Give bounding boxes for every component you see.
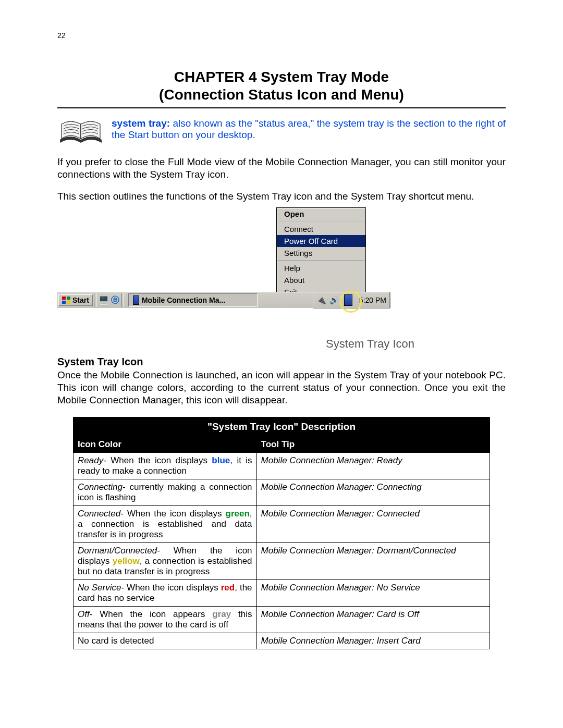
menu-separator [278, 221, 364, 222]
table-title: "System Tray Icon" Description [74, 417, 490, 436]
cell-tooltip: Mobile Connection Manager: Card is Off [256, 606, 489, 633]
color-word: yellow [113, 556, 140, 566]
state-name: Connecting [78, 482, 123, 492]
col-header-icon-color: Icon Color [74, 436, 257, 452]
cell-icon-color: Connecting- currently making a connectio… [74, 479, 257, 505]
tray-caption: System Tray Icon [326, 337, 414, 351]
paragraph-1: If you prefer to close the Full Mode vie… [57, 156, 506, 181]
cell-icon-color: No card is detected [74, 633, 257, 649]
title-underline [57, 107, 506, 108]
color-word: gray [212, 609, 231, 619]
chapter-title-line1: CHAPTER 4 System Tray Mode [174, 69, 389, 85]
cell-icon-color: Connected- When the icon displays green,… [74, 505, 257, 542]
table-row: Dormant/Connected- When the icon display… [74, 542, 490, 579]
menu-item-power-off[interactable]: Power Off Card [277, 235, 365, 247]
cell-icon-color: Dormant/Connected- When the icon display… [74, 542, 257, 579]
state-name: Connected [78, 509, 120, 519]
table-row: Connected- When the icon displays green,… [74, 505, 490, 542]
cell-tooltip: Mobile Connection Manager: Connecting [256, 479, 489, 505]
section-paragraph: Once the Mobile Connection is launched, … [57, 369, 506, 406]
cell-icon-color: Ready- When the icon displays blue, it i… [74, 452, 257, 479]
clock: 5:20 PM [359, 296, 386, 304]
menu-item-open[interactable]: Open [277, 208, 365, 220]
cell-icon-color: No Service- When the icon displays red, … [74, 579, 257, 606]
taskbar-task-button[interactable]: Mobile Connection Ma... [128, 293, 258, 307]
table-row: Off- When the icon appears gray this mea… [74, 606, 490, 633]
state-name: No Service [78, 583, 121, 593]
app-icon [133, 295, 139, 305]
start-button[interactable]: Start [58, 294, 93, 306]
state-name: Off [78, 609, 90, 619]
color-word: blue [212, 455, 230, 465]
menu-item-help[interactable]: Help [277, 262, 365, 274]
taskbar-separator [94, 293, 96, 307]
definition-text: system tray: also known as the "status a… [112, 118, 506, 141]
table-row: Connecting- currently making a connectio… [74, 479, 490, 505]
definition-term: system tray: [112, 118, 170, 129]
table-row: No card is detectedMobile Connection Man… [74, 633, 490, 649]
tray-icon-1[interactable]: 🔌 [316, 295, 326, 305]
definition-block: system tray: also known as the "status a… [57, 118, 506, 146]
cell-icon-color: Off- When the icon appears gray this mea… [74, 606, 257, 633]
cell-tooltip: Mobile Connection Manager: Insert Card [256, 633, 489, 649]
section-heading: System Tray Icon [57, 356, 506, 368]
cell-tooltip: Mobile Connection Manager: No Service [256, 579, 489, 606]
screenshot-area: Open Connect Power Off Card Settings Hel… [57, 207, 506, 330]
cell-tooltip: Mobile Connection Manager: Dormant/Conne… [256, 542, 489, 579]
start-label: Start [72, 296, 89, 304]
col-header-tooltip: Tool Tip [256, 436, 489, 452]
task-label: Mobile Connection Ma... [142, 296, 225, 304]
system-tray: 🔌 🔊 5:20 PM [313, 292, 390, 309]
description-table-wrap: "System Tray Icon" Description Icon Colo… [73, 417, 490, 649]
menu-separator [278, 260, 364, 261]
chapter-title-line2: (Connection Status Icon and Menu) [159, 87, 404, 103]
table-body: Ready- When the icon displays blue, it i… [74, 452, 490, 649]
cell-tooltip: Mobile Connection Manager: Ready [256, 452, 489, 479]
table-row: Ready- When the icon displays blue, it i… [74, 452, 490, 479]
state-name: Ready [78, 455, 103, 465]
book-icon [57, 118, 104, 146]
ie-icon[interactable]: ⓔ [111, 295, 119, 306]
menu-item-settings[interactable]: Settings [277, 247, 365, 259]
cell-tooltip: Mobile Connection Manager: Connected [256, 505, 489, 542]
color-word: green [226, 509, 250, 519]
table-row: No Service- When the icon displays red, … [74, 579, 490, 606]
quick-launch: 🖥️ ⓔ [97, 295, 120, 306]
desktop-icon[interactable]: 🖥️ [99, 295, 109, 305]
windows-flag-icon [62, 297, 70, 304]
context-menu: Open Connect Power Off Card Settings Hel… [276, 207, 366, 299]
page-number: 22 [57, 31, 506, 40]
definition-body: also known as the "status area," the sys… [112, 118, 506, 140]
paragraph-2: This section outlines the functions of t… [57, 190, 506, 203]
taskbar: Start 🖥️ ⓔ Mobile Connection Ma... 🔌 🔊 5… [57, 292, 391, 308]
menu-item-connect[interactable]: Connect [277, 223, 365, 235]
state-name: Dormant/Connected [78, 546, 157, 556]
color-word: red [221, 583, 235, 593]
tray-app-icon[interactable] [342, 293, 356, 307]
menu-item-about[interactable]: About [277, 274, 365, 286]
taskbar-separator [121, 293, 124, 307]
tray-icon-2[interactable]: 🔊 [329, 295, 339, 305]
description-table: "System Tray Icon" Description Icon Colo… [73, 417, 490, 649]
chapter-title: CHAPTER 4 System Tray Mode (Connection S… [57, 68, 506, 103]
document-page: 22 CHAPTER 4 System Tray Mode (Connectio… [0, 0, 563, 728]
